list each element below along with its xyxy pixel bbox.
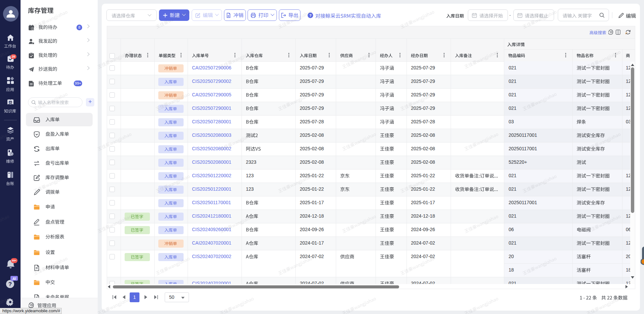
svg-text:AI: AI [12, 277, 16, 281]
svg-text:?: ? [309, 13, 312, 18]
svg-text:AI: AI [9, 101, 12, 103]
svg-text:?: ? [8, 281, 12, 287]
